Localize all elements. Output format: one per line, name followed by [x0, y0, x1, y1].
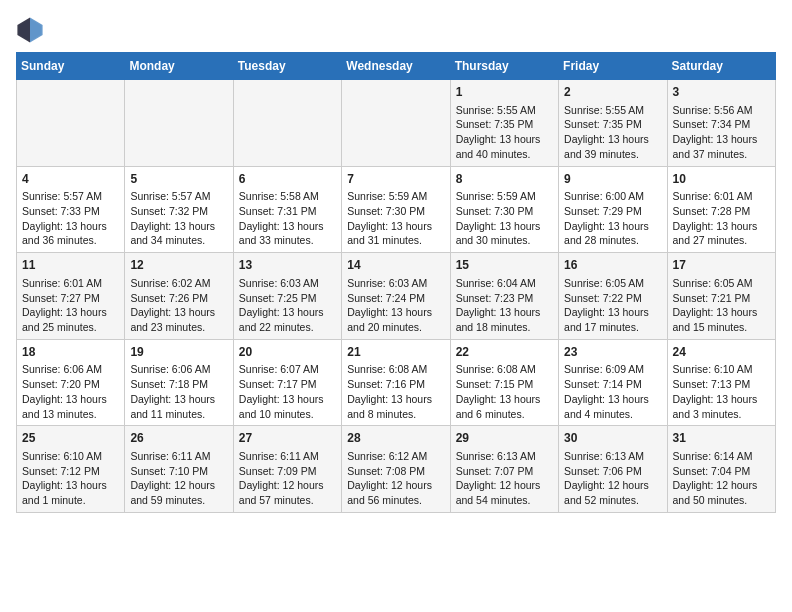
day-info: Sunrise: 6:10 AM Sunset: 7:13 PM Dayligh… [673, 362, 770, 421]
calendar-week-2: 4Sunrise: 5:57 AM Sunset: 7:33 PM Daylig… [17, 166, 776, 253]
calendar-cell [233, 80, 341, 167]
day-number: 1 [456, 84, 553, 101]
day-header-thursday: Thursday [450, 53, 558, 80]
calendar-cell: 10Sunrise: 6:01 AM Sunset: 7:28 PM Dayli… [667, 166, 775, 253]
calendar-week-4: 18Sunrise: 6:06 AM Sunset: 7:20 PM Dayli… [17, 339, 776, 426]
calendar-cell: 16Sunrise: 6:05 AM Sunset: 7:22 PM Dayli… [559, 253, 667, 340]
calendar-cell: 3Sunrise: 5:56 AM Sunset: 7:34 PM Daylig… [667, 80, 775, 167]
day-number: 8 [456, 171, 553, 188]
day-info: Sunrise: 6:05 AM Sunset: 7:22 PM Dayligh… [564, 276, 661, 335]
calendar-table: SundayMondayTuesdayWednesdayThursdayFrid… [16, 52, 776, 513]
day-info: Sunrise: 5:55 AM Sunset: 7:35 PM Dayligh… [564, 103, 661, 162]
day-info: Sunrise: 6:11 AM Sunset: 7:09 PM Dayligh… [239, 449, 336, 508]
day-header-friday: Friday [559, 53, 667, 80]
day-info: Sunrise: 6:12 AM Sunset: 7:08 PM Dayligh… [347, 449, 444, 508]
calendar-cell: 13Sunrise: 6:03 AM Sunset: 7:25 PM Dayli… [233, 253, 341, 340]
calendar-cell: 2Sunrise: 5:55 AM Sunset: 7:35 PM Daylig… [559, 80, 667, 167]
day-number: 13 [239, 257, 336, 274]
calendar-cell: 9Sunrise: 6:00 AM Sunset: 7:29 PM Daylig… [559, 166, 667, 253]
day-info: Sunrise: 6:08 AM Sunset: 7:15 PM Dayligh… [456, 362, 553, 421]
calendar-cell: 29Sunrise: 6:13 AM Sunset: 7:07 PM Dayli… [450, 426, 558, 513]
calendar-cell: 30Sunrise: 6:13 AM Sunset: 7:06 PM Dayli… [559, 426, 667, 513]
day-number: 3 [673, 84, 770, 101]
day-header-wednesday: Wednesday [342, 53, 450, 80]
day-info: Sunrise: 6:11 AM Sunset: 7:10 PM Dayligh… [130, 449, 227, 508]
day-number: 31 [673, 430, 770, 447]
calendar-week-1: 1Sunrise: 5:55 AM Sunset: 7:35 PM Daylig… [17, 80, 776, 167]
calendar-cell [17, 80, 125, 167]
day-info: Sunrise: 6:13 AM Sunset: 7:06 PM Dayligh… [564, 449, 661, 508]
day-header-saturday: Saturday [667, 53, 775, 80]
calendar-week-5: 25Sunrise: 6:10 AM Sunset: 7:12 PM Dayli… [17, 426, 776, 513]
day-number: 25 [22, 430, 119, 447]
calendar-cell: 12Sunrise: 6:02 AM Sunset: 7:26 PM Dayli… [125, 253, 233, 340]
calendar-cell: 7Sunrise: 5:59 AM Sunset: 7:30 PM Daylig… [342, 166, 450, 253]
days-of-week-row: SundayMondayTuesdayWednesdayThursdayFrid… [17, 53, 776, 80]
day-info: Sunrise: 6:03 AM Sunset: 7:25 PM Dayligh… [239, 276, 336, 335]
day-number: 9 [564, 171, 661, 188]
day-info: Sunrise: 5:55 AM Sunset: 7:35 PM Dayligh… [456, 103, 553, 162]
calendar-header: SundayMondayTuesdayWednesdayThursdayFrid… [17, 53, 776, 80]
day-number: 30 [564, 430, 661, 447]
day-number: 24 [673, 344, 770, 361]
calendar-cell: 4Sunrise: 5:57 AM Sunset: 7:33 PM Daylig… [17, 166, 125, 253]
calendar-cell: 21Sunrise: 6:08 AM Sunset: 7:16 PM Dayli… [342, 339, 450, 426]
day-info: Sunrise: 6:09 AM Sunset: 7:14 PM Dayligh… [564, 362, 661, 421]
day-number: 4 [22, 171, 119, 188]
day-number: 28 [347, 430, 444, 447]
calendar-cell: 31Sunrise: 6:14 AM Sunset: 7:04 PM Dayli… [667, 426, 775, 513]
calendar-cell: 28Sunrise: 6:12 AM Sunset: 7:08 PM Dayli… [342, 426, 450, 513]
calendar-cell: 25Sunrise: 6:10 AM Sunset: 7:12 PM Dayli… [17, 426, 125, 513]
day-number: 17 [673, 257, 770, 274]
day-number: 12 [130, 257, 227, 274]
day-number: 5 [130, 171, 227, 188]
calendar-body: 1Sunrise: 5:55 AM Sunset: 7:35 PM Daylig… [17, 80, 776, 513]
calendar-cell: 8Sunrise: 5:59 AM Sunset: 7:30 PM Daylig… [450, 166, 558, 253]
day-info: Sunrise: 6:05 AM Sunset: 7:21 PM Dayligh… [673, 276, 770, 335]
day-info: Sunrise: 6:02 AM Sunset: 7:26 PM Dayligh… [130, 276, 227, 335]
day-info: Sunrise: 5:57 AM Sunset: 7:33 PM Dayligh… [22, 189, 119, 248]
day-number: 2 [564, 84, 661, 101]
day-info: Sunrise: 6:13 AM Sunset: 7:07 PM Dayligh… [456, 449, 553, 508]
logo-icon [16, 16, 44, 44]
day-info: Sunrise: 6:07 AM Sunset: 7:17 PM Dayligh… [239, 362, 336, 421]
svg-marker-1 [30, 17, 43, 42]
day-header-monday: Monday [125, 53, 233, 80]
calendar-cell: 6Sunrise: 5:58 AM Sunset: 7:31 PM Daylig… [233, 166, 341, 253]
calendar-cell [342, 80, 450, 167]
day-info: Sunrise: 5:59 AM Sunset: 7:30 PM Dayligh… [347, 189, 444, 248]
day-number: 6 [239, 171, 336, 188]
calendar-cell [125, 80, 233, 167]
day-info: Sunrise: 6:08 AM Sunset: 7:16 PM Dayligh… [347, 362, 444, 421]
calendar-cell: 17Sunrise: 6:05 AM Sunset: 7:21 PM Dayli… [667, 253, 775, 340]
calendar-cell: 23Sunrise: 6:09 AM Sunset: 7:14 PM Dayli… [559, 339, 667, 426]
day-number: 14 [347, 257, 444, 274]
day-number: 19 [130, 344, 227, 361]
calendar-cell: 18Sunrise: 6:06 AM Sunset: 7:20 PM Dayli… [17, 339, 125, 426]
day-number: 29 [456, 430, 553, 447]
day-number: 22 [456, 344, 553, 361]
calendar-cell: 15Sunrise: 6:04 AM Sunset: 7:23 PM Dayli… [450, 253, 558, 340]
calendar-cell: 27Sunrise: 6:11 AM Sunset: 7:09 PM Dayli… [233, 426, 341, 513]
day-info: Sunrise: 6:01 AM Sunset: 7:28 PM Dayligh… [673, 189, 770, 248]
day-number: 23 [564, 344, 661, 361]
day-info: Sunrise: 5:57 AM Sunset: 7:32 PM Dayligh… [130, 189, 227, 248]
page-header [16, 16, 776, 44]
day-number: 10 [673, 171, 770, 188]
calendar-cell: 20Sunrise: 6:07 AM Sunset: 7:17 PM Dayli… [233, 339, 341, 426]
day-number: 16 [564, 257, 661, 274]
day-number: 20 [239, 344, 336, 361]
calendar-cell: 19Sunrise: 6:06 AM Sunset: 7:18 PM Dayli… [125, 339, 233, 426]
day-info: Sunrise: 6:04 AM Sunset: 7:23 PM Dayligh… [456, 276, 553, 335]
day-number: 11 [22, 257, 119, 274]
svg-marker-2 [17, 17, 30, 42]
calendar-cell: 22Sunrise: 6:08 AM Sunset: 7:15 PM Dayli… [450, 339, 558, 426]
day-info: Sunrise: 6:10 AM Sunset: 7:12 PM Dayligh… [22, 449, 119, 508]
day-info: Sunrise: 6:06 AM Sunset: 7:18 PM Dayligh… [130, 362, 227, 421]
day-info: Sunrise: 5:59 AM Sunset: 7:30 PM Dayligh… [456, 189, 553, 248]
day-header-tuesday: Tuesday [233, 53, 341, 80]
day-number: 27 [239, 430, 336, 447]
calendar-cell: 5Sunrise: 5:57 AM Sunset: 7:32 PM Daylig… [125, 166, 233, 253]
calendar-cell: 1Sunrise: 5:55 AM Sunset: 7:35 PM Daylig… [450, 80, 558, 167]
calendar-week-3: 11Sunrise: 6:01 AM Sunset: 7:27 PM Dayli… [17, 253, 776, 340]
